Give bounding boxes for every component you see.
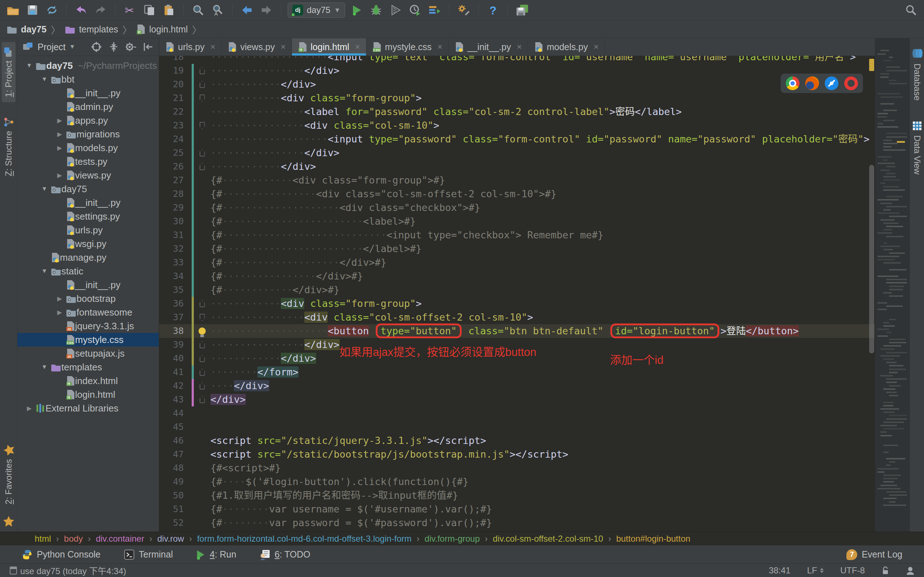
coverage-button[interactable] <box>388 2 404 18</box>
code-editor[interactable]: 18····················<input type="text"… <box>159 56 875 532</box>
code-line-37[interactable]: 37················<div class="col-sm-off… <box>159 311 875 324</box>
tab-login-html[interactable]: Hlogin.html× <box>292 38 366 56</box>
tree-item-day75[interactable]: ▼day75 <box>17 182 159 196</box>
fold-marker-icon[interactable] <box>200 369 205 376</box>
code-line-21[interactable]: 21············<div class="form-group"> <box>159 91 875 105</box>
tree-item-__init__-py[interactable]: __init__.py <box>17 86 159 100</box>
fold-marker-icon[interactable] <box>200 122 205 129</box>
code-line-50[interactable]: 50{#1.取到用户填写的用户名和密码-->取input框的值#} <box>159 488 875 502</box>
tab-models-py[interactable]: models.py× <box>528 38 605 56</box>
back-button[interactable] <box>239 2 255 18</box>
code-pane[interactable]: 18····················<input type="text"… <box>159 56 875 530</box>
code-line-42[interactable]: 42····</div> <box>159 379 875 393</box>
fold-marker-icon[interactable] <box>200 314 205 321</box>
tag-crumb-div[interactable]: div.col-sm-offset-2.col-sm-10 <box>493 534 603 544</box>
tree-item-static[interactable]: ▼static <box>17 264 159 278</box>
tool-strip-button-1-project[interactable]: 1: Project <box>2 42 16 102</box>
breadcrumb-item-templates[interactable]: templates <box>65 24 118 35</box>
code-line-49[interactable]: 49{#····$('#login-button').click(functio… <box>159 475 875 488</box>
code-line-23[interactable]: 23················<div class="col-sm-10"… <box>159 119 875 132</box>
settings-button[interactable] <box>456 2 472 18</box>
fold-marker-icon[interactable] <box>200 355 205 362</box>
tree-expand-arrow[interactable]: ▶ <box>53 131 66 138</box>
code-line-28[interactable]: 28{#················<div class="col-sm-o… <box>159 187 875 201</box>
find-button[interactable] <box>190 2 206 18</box>
code-line-35[interactable]: 35{#············</div>#} <box>159 283 875 297</box>
tree-item-day75[interactable]: ▼day75~/PycharmProjects <box>17 59 159 73</box>
fold-marker-icon[interactable] <box>200 396 205 403</box>
toolwindow-button-terminal[interactable]: Terminal <box>124 549 173 560</box>
breadcrumb-item-day75[interactable]: day75 <box>6 24 47 35</box>
firefox-icon[interactable] <box>805 76 819 90</box>
tree-item-apps-py[interactable]: ▶apps.py <box>17 114 159 127</box>
tree-expand-arrow[interactable]: ▶ <box>53 309 66 316</box>
code-line-45[interactable]: 45 <box>159 420 875 434</box>
tab-views-py[interactable]: views.py× <box>221 38 292 56</box>
close-icon[interactable]: × <box>210 42 215 52</box>
chrome-icon[interactable] <box>786 76 800 90</box>
tree-item-wsgi-py[interactable]: wsgi.py <box>17 237 159 251</box>
tree-expand-arrow[interactable]: ▶ <box>53 144 66 152</box>
tab-urls-py[interactable]: urls.py× <box>159 38 221 56</box>
tree-expand-arrow[interactable]: ▶ <box>53 295 66 303</box>
code-line-44[interactable]: 44 <box>159 406 875 420</box>
tree-item-__init__-py[interactable]: __init__.py <box>17 278 159 292</box>
code-line-48[interactable]: 48{#<script>#} <box>159 461 875 475</box>
run-button[interactable] <box>349 2 365 18</box>
tree-expand-arrow[interactable]: ▼ <box>38 76 50 83</box>
file-encoding[interactable]: UTF-8 <box>840 566 865 575</box>
concurrency-button[interactable] <box>426 2 443 18</box>
tag-crumb-body[interactable]: body <box>64 534 82 544</box>
tool-strip-button-2-favorites[interactable]: 2: Favorites <box>2 440 16 509</box>
gear-button[interactable] <box>125 41 137 53</box>
run-config-selector[interactable]: djday75▼ <box>288 3 345 18</box>
code-line-38[interactable]: 38····················<button type="butt… <box>159 324 875 338</box>
tree-item-__init__-py[interactable]: __init__.py <box>17 196 159 210</box>
code-line-34[interactable]: 34{#················</div>#} <box>159 269 875 283</box>
tab-__init__-py[interactable]: __init__.py× <box>449 38 528 56</box>
tree-item-migrations[interactable]: ▶migrations <box>17 127 159 141</box>
tree-expand-arrow[interactable]: ▼ <box>38 185 50 193</box>
code-minimap[interactable] <box>875 38 909 532</box>
safari-icon[interactable] <box>825 76 838 90</box>
copy-button[interactable] <box>142 2 157 18</box>
sync-button[interactable] <box>44 2 60 18</box>
close-icon[interactable]: × <box>517 42 522 52</box>
line-separator[interactable]: LF <box>807 566 824 575</box>
fold-marker-icon[interactable] <box>200 382 205 390</box>
code-line-25[interactable]: 25················</div> <box>159 146 875 160</box>
hide-button[interactable] <box>142 41 155 53</box>
code-line-32[interactable]: 32{#························</label>#} <box>159 242 875 256</box>
tab-mystyle-css[interactable]: CSSmystyle.css× <box>366 38 449 56</box>
tool-strip-button-data-view[interactable]: Data View <box>912 121 922 174</box>
profiler-button[interactable] <box>407 2 423 18</box>
tree-item-fontawesome[interactable]: ▶fontawesome <box>17 305 159 319</box>
tree-item-bootstrap[interactable]: ▶bootstrap <box>17 292 159 305</box>
tree-item-mystyle-css[interactable]: CSSmystyle.css <box>17 333 159 347</box>
opera-icon[interactable] <box>844 76 858 90</box>
search-everywhere-button[interactable] <box>903 2 919 18</box>
tree-expand-arrow[interactable]: ▼ <box>23 62 36 69</box>
tag-crumb-html[interactable]: html <box>35 534 51 544</box>
editor-scrollbar[interactable] <box>869 165 874 353</box>
undo-button[interactable] <box>73 2 89 18</box>
close-icon[interactable]: × <box>594 42 599 52</box>
code-line-33[interactable]: 33{#····················</div>#} <box>159 256 875 269</box>
tree-item-templates[interactable]: ▼templates <box>17 360 159 374</box>
fold-marker-icon[interactable] <box>200 95 205 102</box>
code-line-41[interactable]: 41········</form> <box>159 365 875 379</box>
tree-item-admin-py[interactable]: admin.py <box>17 100 159 114</box>
tree-expand-arrow[interactable]: ▶ <box>53 117 66 124</box>
tag-crumb-div[interactable]: div.container <box>96 534 144 544</box>
code-line-27[interactable]: 27{#············<div class="form-group">… <box>159 174 875 187</box>
code-line-26[interactable]: 26············</div> <box>159 160 875 174</box>
code-line-46[interactable]: 46<script src="/static/jquery-3.3.1.js">… <box>159 434 875 448</box>
tree-item-urls-py[interactable]: urls.py <box>17 223 159 237</box>
tree-item-jquery-3-3-1-js[interactable]: JSjquery-3.3.1.js <box>17 319 159 333</box>
close-icon[interactable]: × <box>355 42 360 52</box>
tree-expand-arrow[interactable]: ▶ <box>23 405 36 412</box>
fold-marker-icon[interactable] <box>200 67 205 74</box>
help-button[interactable]: ? <box>485 2 501 18</box>
toolwindow-button-6-todo[interactable]: 6: TODO <box>260 549 310 560</box>
paste-button[interactable] <box>161 2 177 18</box>
